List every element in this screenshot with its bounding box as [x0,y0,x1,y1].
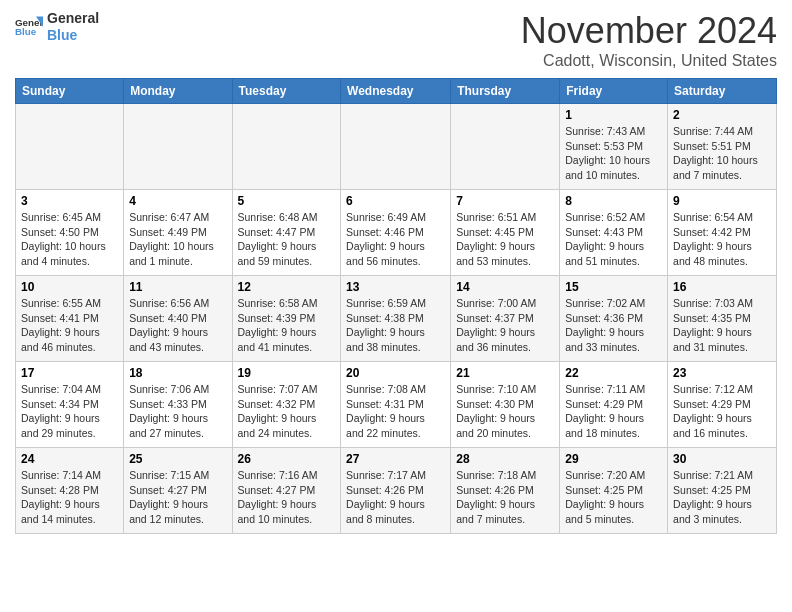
calendar-table: Sunday Monday Tuesday Wednesday Thursday… [15,78,777,534]
calendar-cell: 18Sunrise: 7:06 AM Sunset: 4:33 PM Dayli… [124,362,232,448]
calendar-cell: 10Sunrise: 6:55 AM Sunset: 4:41 PM Dayli… [16,276,124,362]
calendar-cell: 21Sunrise: 7:10 AM Sunset: 4:30 PM Dayli… [451,362,560,448]
calendar-week-0: 1Sunrise: 7:43 AM Sunset: 5:53 PM Daylig… [16,104,777,190]
month-title: November 2024 [521,10,777,52]
calendar-cell: 20Sunrise: 7:08 AM Sunset: 4:31 PM Dayli… [341,362,451,448]
day-info: Sunrise: 7:10 AM Sunset: 4:30 PM Dayligh… [456,382,554,441]
day-number: 8 [565,194,662,208]
calendar-cell: 30Sunrise: 7:21 AM Sunset: 4:25 PM Dayli… [668,448,777,534]
col-friday: Friday [560,79,668,104]
day-info: Sunrise: 7:16 AM Sunset: 4:27 PM Dayligh… [238,468,336,527]
header-row: Sunday Monday Tuesday Wednesday Thursday… [16,79,777,104]
day-info: Sunrise: 6:59 AM Sunset: 4:38 PM Dayligh… [346,296,445,355]
day-info: Sunrise: 7:08 AM Sunset: 4:31 PM Dayligh… [346,382,445,441]
day-number: 10 [21,280,118,294]
day-info: Sunrise: 6:51 AM Sunset: 4:45 PM Dayligh… [456,210,554,269]
day-info: Sunrise: 7:20 AM Sunset: 4:25 PM Dayligh… [565,468,662,527]
day-number: 21 [456,366,554,380]
day-info: Sunrise: 7:21 AM Sunset: 4:25 PM Dayligh… [673,468,771,527]
day-info: Sunrise: 6:47 AM Sunset: 4:49 PM Dayligh… [129,210,226,269]
calendar-cell [232,104,341,190]
day-number: 25 [129,452,226,466]
day-info: Sunrise: 6:58 AM Sunset: 4:39 PM Dayligh… [238,296,336,355]
calendar-week-4: 24Sunrise: 7:14 AM Sunset: 4:28 PM Dayli… [16,448,777,534]
calendar-body: 1Sunrise: 7:43 AM Sunset: 5:53 PM Daylig… [16,104,777,534]
calendar-cell: 4Sunrise: 6:47 AM Sunset: 4:49 PM Daylig… [124,190,232,276]
calendar-week-1: 3Sunrise: 6:45 AM Sunset: 4:50 PM Daylig… [16,190,777,276]
calendar-cell [124,104,232,190]
day-number: 9 [673,194,771,208]
day-number: 17 [21,366,118,380]
day-info: Sunrise: 6:52 AM Sunset: 4:43 PM Dayligh… [565,210,662,269]
day-number: 28 [456,452,554,466]
calendar-cell: 25Sunrise: 7:15 AM Sunset: 4:27 PM Dayli… [124,448,232,534]
calendar-cell: 11Sunrise: 6:56 AM Sunset: 4:40 PM Dayli… [124,276,232,362]
day-number: 13 [346,280,445,294]
day-info: Sunrise: 7:07 AM Sunset: 4:32 PM Dayligh… [238,382,336,441]
logo-icon: General Blue [15,13,43,41]
main-container: General Blue General Blue November 2024 … [0,0,792,544]
calendar-cell: 26Sunrise: 7:16 AM Sunset: 4:27 PM Dayli… [232,448,341,534]
day-number: 2 [673,108,771,122]
calendar-cell: 7Sunrise: 6:51 AM Sunset: 4:45 PM Daylig… [451,190,560,276]
day-info: Sunrise: 7:43 AM Sunset: 5:53 PM Dayligh… [565,124,662,183]
calendar-cell: 29Sunrise: 7:20 AM Sunset: 4:25 PM Dayli… [560,448,668,534]
logo-blue: Blue [47,27,77,43]
col-monday: Monday [124,79,232,104]
day-number: 4 [129,194,226,208]
day-number: 26 [238,452,336,466]
day-number: 22 [565,366,662,380]
day-number: 29 [565,452,662,466]
calendar-cell: 28Sunrise: 7:18 AM Sunset: 4:26 PM Dayli… [451,448,560,534]
calendar-cell: 24Sunrise: 7:14 AM Sunset: 4:28 PM Dayli… [16,448,124,534]
day-number: 30 [673,452,771,466]
day-info: Sunrise: 7:06 AM Sunset: 4:33 PM Dayligh… [129,382,226,441]
day-number: 20 [346,366,445,380]
day-info: Sunrise: 7:14 AM Sunset: 4:28 PM Dayligh… [21,468,118,527]
col-wednesday: Wednesday [341,79,451,104]
col-tuesday: Tuesday [232,79,341,104]
day-number: 1 [565,108,662,122]
day-info: Sunrise: 7:02 AM Sunset: 4:36 PM Dayligh… [565,296,662,355]
logo-general: General [47,10,99,26]
calendar-cell: 17Sunrise: 7:04 AM Sunset: 4:34 PM Dayli… [16,362,124,448]
svg-text:Blue: Blue [15,26,37,37]
calendar-header: Sunday Monday Tuesday Wednesday Thursday… [16,79,777,104]
calendar-cell: 19Sunrise: 7:07 AM Sunset: 4:32 PM Dayli… [232,362,341,448]
day-number: 3 [21,194,118,208]
calendar-week-3: 17Sunrise: 7:04 AM Sunset: 4:34 PM Dayli… [16,362,777,448]
col-saturday: Saturday [668,79,777,104]
day-info: Sunrise: 6:48 AM Sunset: 4:47 PM Dayligh… [238,210,336,269]
day-number: 14 [456,280,554,294]
day-number: 16 [673,280,771,294]
calendar-cell: 2Sunrise: 7:44 AM Sunset: 5:51 PM Daylig… [668,104,777,190]
day-number: 12 [238,280,336,294]
calendar-cell: 1Sunrise: 7:43 AM Sunset: 5:53 PM Daylig… [560,104,668,190]
day-number: 15 [565,280,662,294]
calendar-cell: 3Sunrise: 6:45 AM Sunset: 4:50 PM Daylig… [16,190,124,276]
day-number: 5 [238,194,336,208]
day-info: Sunrise: 7:12 AM Sunset: 4:29 PM Dayligh… [673,382,771,441]
day-number: 27 [346,452,445,466]
day-number: 11 [129,280,226,294]
day-info: Sunrise: 6:55 AM Sunset: 4:41 PM Dayligh… [21,296,118,355]
calendar-cell: 27Sunrise: 7:17 AM Sunset: 4:26 PM Dayli… [341,448,451,534]
col-thursday: Thursday [451,79,560,104]
calendar-cell: 16Sunrise: 7:03 AM Sunset: 4:35 PM Dayli… [668,276,777,362]
day-info: Sunrise: 7:17 AM Sunset: 4:26 PM Dayligh… [346,468,445,527]
calendar-cell: 9Sunrise: 6:54 AM Sunset: 4:42 PM Daylig… [668,190,777,276]
day-info: Sunrise: 7:11 AM Sunset: 4:29 PM Dayligh… [565,382,662,441]
day-number: 6 [346,194,445,208]
calendar-cell: 22Sunrise: 7:11 AM Sunset: 4:29 PM Dayli… [560,362,668,448]
logo: General Blue General Blue [15,10,99,44]
calendar-cell [341,104,451,190]
calendar-cell: 8Sunrise: 6:52 AM Sunset: 4:43 PM Daylig… [560,190,668,276]
day-info: Sunrise: 7:44 AM Sunset: 5:51 PM Dayligh… [673,124,771,183]
calendar-cell [16,104,124,190]
day-number: 24 [21,452,118,466]
day-number: 18 [129,366,226,380]
day-info: Sunrise: 7:00 AM Sunset: 4:37 PM Dayligh… [456,296,554,355]
day-info: Sunrise: 7:03 AM Sunset: 4:35 PM Dayligh… [673,296,771,355]
calendar-cell [451,104,560,190]
location: Cadott, Wisconsin, United States [521,52,777,70]
